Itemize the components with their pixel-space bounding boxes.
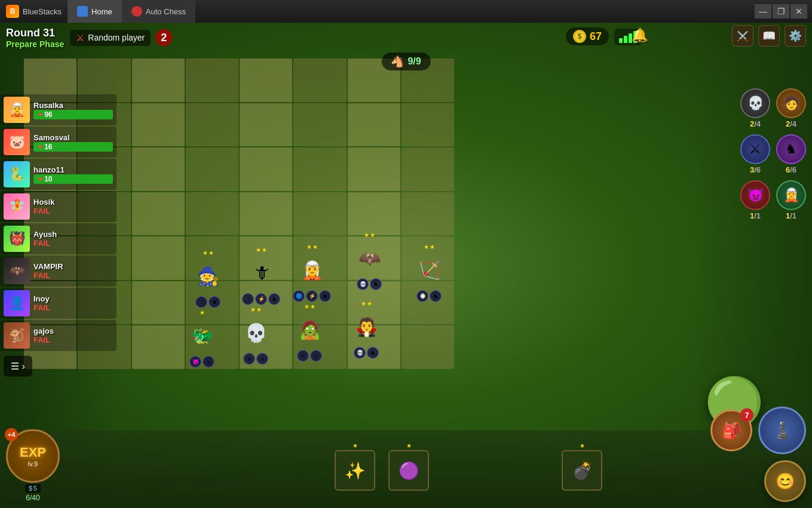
board-cell[interactable]: [240, 147, 292, 191]
close-button[interactable]: ✕: [790, 4, 807, 19]
tab-auto-chess[interactable]: Auto Chess: [122, 0, 195, 23]
board-unit-body-4: 🏹: [412, 251, 446, 289]
board-unit-6[interactable]: ★★💀☠⚔: [239, 306, 272, 365]
shop-bag-button[interactable]: 🎒 7: [710, 410, 752, 451]
synergy-item-1[interactable]: 🧑2/4: [776, 88, 806, 128]
emoji-button[interactable]: 😊: [764, 460, 806, 502]
player-fail-label: FAIL: [33, 239, 113, 248]
player-name-label: hanzo11: [33, 165, 113, 174]
player-item-hanzo11[interactable]: 🐍hanzo11♥ 10: [0, 159, 117, 190]
board-unit-2[interactable]: ★★🧝🔵⚡♞: [293, 244, 331, 302]
player-avatar-inoy: 👤: [4, 290, 30, 316]
board-unit-badge-8-1: ♞: [367, 347, 379, 359]
player-item-samosval[interactable]: 🐷Samosval♥ 16: [0, 127, 117, 158]
board-cell[interactable]: [240, 103, 292, 147]
board-cell[interactable]: [186, 59, 238, 102]
board-unit-0[interactable]: ★★🧙☽♞: [191, 250, 225, 308]
exp-cost: $ 5: [25, 484, 41, 492]
menu-toggle-button[interactable]: ☰ ›: [4, 356, 32, 377]
board-cell[interactable]: [293, 103, 346, 147]
right-btn-row: 🎒 7 ♟️: [710, 407, 806, 454]
board-unit-badge-7-1: ⚔: [310, 350, 322, 362]
board-unit-badge-2-0: 🔵: [293, 290, 305, 302]
phase-label: Prepare Phase: [6, 39, 64, 49]
board-unit-7[interactable]: ★★🧟☠⚔: [293, 303, 326, 362]
maximize-button[interactable]: ❐: [773, 4, 789, 19]
board-cell[interactable]: [186, 147, 238, 191]
bench-unit-0[interactable]: ★✨: [335, 442, 375, 491]
board-unit-5[interactable]: ★🐲👿⚔: [185, 309, 219, 368]
board-unit-badge-3-0: 💀: [357, 278, 369, 290]
battle-count-badge: 2: [155, 29, 172, 46]
board-cell[interactable]: [348, 192, 400, 236]
synergy-item-5[interactable]: 🧝1/1: [776, 180, 806, 220]
bench-unit-stars-2: ★: [580, 442, 585, 449]
player-item-gajos[interactable]: 🐒gajosFAIL: [0, 320, 117, 351]
board-unit-badges-7: ☠⚔: [297, 350, 322, 362]
player-item-ayush[interactable]: 👹AyushFAIL: [0, 223, 117, 254]
tab-home[interactable]: Home: [68, 0, 122, 23]
synergy-item-2[interactable]: ⚔3/6: [740, 134, 770, 174]
board-cell[interactable]: [348, 103, 400, 147]
board-unit-body-0: 🧙: [191, 257, 225, 295]
board-cell[interactable]: [132, 192, 185, 236]
board-cell[interactable]: [293, 59, 346, 102]
bench-unit-2[interactable]: ★💣: [562, 442, 602, 491]
board-unit-badge-2-2: ♞: [319, 290, 331, 302]
synergy-item-3[interactable]: ♞6/6: [776, 134, 806, 174]
board-cell[interactable]: [132, 59, 185, 102]
board-cell[interactable]: [402, 192, 454, 236]
bench-unit-stars-0: ★: [353, 442, 358, 449]
board-unit-badges-4: ⌚♞: [416, 290, 442, 302]
board-unit-stars-8: ★★: [361, 300, 372, 307]
board-cell[interactable]: [402, 147, 454, 191]
player-info-block: InoyFAIL: [33, 294, 113, 312]
board-cell[interactable]: [186, 192, 238, 236]
board-unit-8[interactable]: ★★🧛💀♞: [350, 300, 383, 359]
player-name-label: Ayush: [33, 230, 113, 239]
board-unit-badge-3-1: ♞: [370, 278, 382, 290]
synergy-count-5: 1/1: [786, 211, 796, 220]
board-unit-1[interactable]: ★★🗡☽⚡♞: [242, 247, 280, 305]
board-cell[interactable]: [348, 147, 400, 191]
board-unit-stars-2: ★★: [307, 244, 318, 250]
exp-button[interactable]: +4 EXP lv.9: [6, 429, 60, 483]
board-unit-3[interactable]: ★★🦇💀♞: [353, 232, 386, 290]
random-player-indicator[interactable]: ⚔ Random player: [70, 30, 151, 46]
player-item-rusalka[interactable]: 🧝Rusalka♥ 96: [0, 94, 117, 125]
board-cell[interactable]: [132, 103, 185, 147]
shop-item-count: 7: [740, 408, 753, 421]
minimize-button[interactable]: —: [755, 4, 771, 19]
bench-unit-1[interactable]: ★🟣: [388, 442, 429, 491]
board-cell[interactable]: [186, 103, 238, 147]
game-area: // Generate 56 cells (8x7) document.curr…: [0, 23, 812, 508]
board-cell[interactable]: [402, 103, 454, 147]
player-item-hosik[interactable]: 🧚HosikFAIL: [0, 191, 117, 222]
board-cell[interactable]: [240, 192, 292, 236]
board-cell[interactable]: [293, 147, 346, 191]
board-unit-body-2: 🧝: [295, 251, 329, 289]
player-name-label: Samosval: [33, 133, 113, 142]
board-unit-stars-7: ★★: [304, 303, 315, 310]
board-cell[interactable]: [402, 325, 454, 369]
player-info-block: Samosval♥ 16: [33, 133, 113, 152]
player-list: 🧝Rusalka♥ 96🐷Samosval♥ 16🐍hanzo11♥ 10🧚Ho…: [0, 94, 117, 352]
board-cell[interactable]: [132, 147, 185, 191]
board-cell[interactable]: [132, 236, 185, 280]
board-cell[interactable]: [293, 192, 346, 236]
board-cell[interactable]: [132, 325, 185, 369]
synergy-item-0[interactable]: 💀2/4: [740, 88, 770, 128]
player-fail-label: FAIL: [33, 335, 113, 344]
player-item-inoy[interactable]: 👤InoyFAIL: [0, 288, 117, 319]
board-cell[interactable]: [132, 281, 185, 325]
board-unit-stars-1: ★★: [256, 247, 267, 253]
board-unit-4[interactable]: ★★🏹⌚♞: [412, 244, 446, 302]
player-fail-label: FAIL: [33, 271, 113, 280]
board-cell[interactable]: [240, 59, 292, 102]
window-controls: — ❐ ✕: [755, 4, 812, 19]
player-item-vampir[interactable]: 🦇VAMPIRFAIL: [0, 255, 117, 287]
player-fail-label: FAIL: [33, 207, 113, 215]
player-avatar-hanzo: 🐍: [4, 161, 30, 187]
synergy-item-4[interactable]: 👿1/1: [740, 180, 770, 220]
add-unit-button[interactable]: ♟️: [758, 407, 806, 454]
